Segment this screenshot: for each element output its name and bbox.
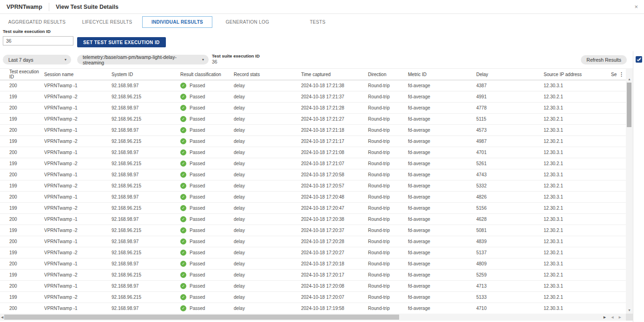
column-header-source-ip-address[interactable]: Source IP address bbox=[544, 72, 611, 77]
cell-direction: Round-trip bbox=[368, 83, 408, 88]
vertical-scrollbar-thumb[interactable] bbox=[627, 83, 631, 127]
table-row[interactable]: 199VPRNTwamp -292.168.96.215✓Passeddelay… bbox=[0, 270, 626, 281]
cell-record-stats: delay bbox=[234, 128, 301, 133]
column-header-metric-id[interactable]: Metric ID bbox=[408, 72, 476, 77]
scrollbar-corner bbox=[626, 314, 633, 321]
table-row[interactable]: 199VPRNTwamp -292.168.96.215✓Passeddelay… bbox=[0, 247, 626, 258]
cell-metric-id: fd-average bbox=[408, 239, 476, 244]
cell-delay: 5332 bbox=[476, 183, 544, 188]
passed-check-icon: ✓ bbox=[180, 149, 186, 155]
cell-system-id: 92.168.96.215 bbox=[112, 161, 180, 166]
scroll-up-icon[interactable]: ▲ bbox=[626, 77, 633, 81]
refresh-results-button[interactable]: Refresh Results bbox=[581, 55, 627, 64]
cell-session-name: VPRNTwamp -1 bbox=[44, 239, 112, 244]
table-row[interactable]: 199VPRNTwamp -292.168.96.215✓Passeddelay… bbox=[0, 292, 626, 303]
table-row[interactable]: 200VPRNTwamp -192.168.98.97✓Passeddelay2… bbox=[0, 303, 626, 314]
time-range-select[interactable]: Last 7 days ▾ bbox=[3, 55, 71, 64]
column-header-time-captured[interactable]: Time captured bbox=[301, 72, 368, 77]
table-row[interactable]: 199VPRNTwamp -292.168.96.215✓Passeddelay… bbox=[0, 180, 626, 192]
cell-time-captured: 2024-10-18 17:21:28 bbox=[301, 105, 368, 110]
table-row[interactable]: 200VPRNTwamp -192.168.98.97✓Passeddelay2… bbox=[0, 169, 626, 180]
column-header-direction[interactable]: Direction bbox=[368, 72, 408, 77]
vertical-scrollbar[interactable]: ▲ ▼ bbox=[626, 68, 633, 314]
tab-aggregated-results[interactable]: AGGREGATED RESULTS bbox=[2, 16, 72, 28]
table-row[interactable]: 200VPRNTwamp -192.168.98.97✓Passeddelay2… bbox=[0, 281, 626, 292]
cell-session-name: VPRNTwamp -2 bbox=[44, 206, 112, 211]
result-classification-cell: ✓Passed bbox=[180, 161, 234, 167]
result-label: Passed bbox=[190, 150, 205, 155]
set-execution-id-button[interactable]: SET TEST SUITE EXECUTION ID bbox=[77, 37, 166, 47]
cell-direction: Round-trip bbox=[368, 128, 408, 133]
scroll-page-right-icon[interactable]: ▶ bbox=[619, 316, 621, 319]
cell-record-stats: delay bbox=[234, 261, 301, 266]
horizontal-scrollbar[interactable]: ◀ ▶ ◀ ▶ bbox=[0, 314, 626, 321]
cell-record-stats: delay bbox=[234, 139, 301, 144]
table-row[interactable]: 200VPRNTwamp -192.168.98.97✓Passeddelay2… bbox=[0, 258, 626, 270]
table-row[interactable]: 200VPRNTwamp -192.168.98.97✓Passeddelay2… bbox=[0, 125, 626, 136]
table-row[interactable]: 199VPRNTwamp -292.168.96.215✓Passeddelay… bbox=[0, 136, 626, 147]
column-header-test-execution-id[interactable]: Test execution ID bbox=[0, 69, 44, 79]
table-row[interactable]: 200VPRNTwamp -192.168.98.97✓Passeddelay2… bbox=[0, 214, 626, 225]
cell-metric-id: fd-average bbox=[408, 272, 476, 277]
cell-direction: Round-trip bbox=[368, 250, 408, 255]
passed-check-icon: ✓ bbox=[180, 94, 186, 100]
column-header-system-id[interactable]: System ID bbox=[112, 72, 180, 77]
result-classification-cell: ✓Passed bbox=[180, 272, 234, 278]
cell-direction: Round-trip bbox=[368, 272, 408, 277]
column-header-record-stats[interactable]: Record stats bbox=[234, 72, 301, 77]
result-classification-cell: ✓Passed bbox=[180, 138, 234, 144]
passed-check-icon: ✓ bbox=[180, 205, 186, 211]
cell-time-captured: 2024-10-18 17:21:18 bbox=[301, 128, 368, 133]
result-label: Passed bbox=[190, 105, 205, 110]
table-row[interactable]: 200VPRNTwamp -192.168.98.97✓Passeddelay2… bbox=[0, 192, 626, 203]
close-icon[interactable]: × bbox=[634, 4, 638, 10]
passed-check-icon: ✓ bbox=[180, 261, 186, 267]
cell-system-id: 92.168.96.215 bbox=[112, 295, 180, 300]
cell-session-name: VPRNTwamp -1 bbox=[44, 128, 112, 133]
horizontal-scrollbar-thumb[interactable] bbox=[4, 315, 399, 320]
checked-items-filter-icon[interactable] bbox=[636, 56, 642, 63]
cell-session-name: VPRNTwamp -1 bbox=[44, 150, 112, 155]
cell-metric-id: fd-average bbox=[408, 183, 476, 188]
scroll-page-left-icon[interactable]: ◀ bbox=[611, 316, 613, 319]
scroll-down-icon[interactable]: ▼ bbox=[626, 309, 633, 312]
cell-test-execution-id: 200 bbox=[0, 150, 44, 155]
column-menu-icon[interactable]: ⋮ bbox=[619, 72, 624, 77]
cell-time-captured: 2024-10-18 17:20:27 bbox=[301, 250, 368, 255]
table-row[interactable]: 199VPRNTwamp -292.168.96.215✓Passeddelay… bbox=[0, 158, 626, 169]
scroll-left-icon[interactable]: ◀ bbox=[1, 316, 3, 319]
column-header-delay[interactable]: Delay bbox=[476, 72, 544, 77]
cell-system-id: 92.168.96.215 bbox=[112, 228, 180, 233]
cell-metric-id: fd-average bbox=[408, 105, 476, 110]
subscription-select[interactable]: telemetry:/base/oam-pm/twamp-light-delay… bbox=[77, 55, 209, 64]
passed-check-icon: ✓ bbox=[180, 283, 186, 289]
cell-session-name: VPRNTwamp -2 bbox=[44, 228, 112, 233]
filter-execution-id: Test suite execution ID 36 bbox=[212, 53, 260, 64]
table-row[interactable]: 199VPRNTwamp -292.168.96.215✓Passeddelay… bbox=[0, 91, 626, 103]
table-row[interactable]: 200VPRNTwamp -192.168.98.97✓Passeddelay2… bbox=[0, 236, 626, 247]
table-row[interactable]: 200VPRNTwamp -192.168.98.97✓Passeddelay2… bbox=[0, 103, 626, 114]
cell-system-id: 92.168.98.97 bbox=[112, 217, 180, 222]
tab-individual-results[interactable]: INDIVIDUAL RESULTS bbox=[142, 16, 212, 28]
column-header-se[interactable]: Se⋮ bbox=[611, 72, 626, 77]
cell-test-execution-id: 199 bbox=[0, 139, 44, 144]
cell-delay: 5156 bbox=[476, 206, 544, 211]
cell-time-captured: 2024-10-18 17:20:07 bbox=[301, 295, 368, 300]
table-row[interactable]: 200VPRNTwamp -192.168.98.97✓Passeddelay2… bbox=[0, 147, 626, 158]
view-test-suite-details-dialog: VPRNTwamp View Test Suite Details × AGGR… bbox=[0, 0, 644, 322]
tab-lifecycle-results[interactable]: LIFECYCLE RESULTS bbox=[72, 16, 142, 28]
column-header-session-name[interactable]: Session name bbox=[44, 72, 112, 77]
table-row[interactable]: 199VPRNTwamp -292.168.96.215✓Passeddelay… bbox=[0, 114, 626, 125]
table-row[interactable]: 199VPRNTwamp -292.168.96.215✓Passeddelay… bbox=[0, 203, 626, 214]
cell-metric-id: fd-average bbox=[408, 261, 476, 266]
result-label: Passed bbox=[190, 283, 205, 289]
cell-source-ip: 12.30.3.1 bbox=[544, 217, 611, 222]
cell-test-execution-id: 199 bbox=[0, 228, 44, 233]
tab-tests[interactable]: TESTS bbox=[283, 16, 353, 28]
tab-generation-log[interactable]: GENERATION LOG bbox=[212, 16, 283, 28]
table-row[interactable]: 199VPRNTwamp -292.168.96.215✓Passeddelay… bbox=[0, 225, 626, 236]
table-row[interactable]: 200VPRNTwamp -192.168.98.97✓Passeddelay2… bbox=[0, 80, 626, 91]
execution-id-input[interactable] bbox=[3, 36, 73, 45]
column-header-result-classification[interactable]: Result classification bbox=[180, 72, 234, 77]
scroll-step-icon[interactable]: ▶ bbox=[604, 316, 606, 319]
